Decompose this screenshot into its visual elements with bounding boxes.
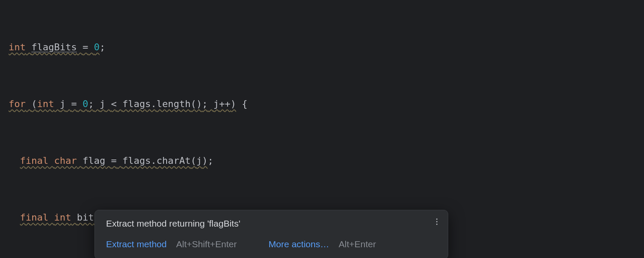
code-line[interactable]: final char flag = flags.charAt(j); [9,151,644,170]
intention-title: Extract method returning 'flagBits' [106,216,439,231]
shortcut-text: Alt+Shift+Enter [176,237,237,252]
code-line[interactable]: int flagBits = 0; [9,38,644,57]
code-line[interactable]: for (int j = 0; j < flags.length(); j++)… [9,95,644,114]
more-icon[interactable] [431,216,442,227]
shortcut-text: Alt+Enter [339,237,376,252]
extract-method-link[interactable]: Extract method [106,237,167,252]
more-actions-link[interactable]: More actions… [268,237,329,252]
intention-popup: Extract method returning 'flagBits' Extr… [94,210,448,258]
intention-actions: Extract method Alt+Shift+Enter More acti… [106,237,439,252]
